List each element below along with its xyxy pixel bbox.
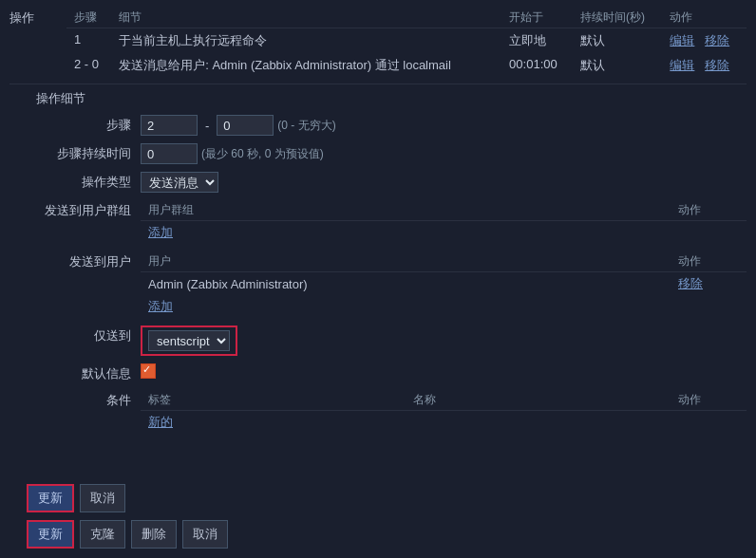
- cond-col-action: 动作: [671, 390, 747, 411]
- step-duration-input[interactable]: [141, 143, 198, 164]
- row2-remove-btn[interactable]: 移除: [705, 57, 729, 74]
- row2-start: 00:01:00: [501, 53, 573, 78]
- row1-step: 1: [66, 28, 111, 54]
- update-btn-2[interactable]: 更新: [27, 520, 74, 549]
- default-msg-content: [141, 363, 747, 379]
- step-duration-label: 步骤持续时间: [36, 143, 141, 162]
- op-type-label: 操作类型: [36, 172, 141, 191]
- row2-duration: 默认: [573, 53, 662, 78]
- conditions-table: 标签 名称 动作 新的: [141, 390, 747, 434]
- ug-add-row: 添加: [141, 221, 747, 245]
- bottom-bar-1: 更新 取消: [27, 484, 125, 512]
- user-group-table: 用户群组 动作 添加: [141, 200, 747, 244]
- ug-col-group: 用户群组: [141, 200, 671, 221]
- row1-detail: 于当前主机上执行远程命令: [111, 28, 501, 54]
- col-detail: 细节: [111, 8, 501, 28]
- send-to-group-content: 用户群组 动作 添加: [141, 200, 747, 244]
- col-step: 步骤: [66, 8, 111, 28]
- table-row: 1 于当前主机上执行远程命令 立即地 默认 编辑 移除: [66, 28, 747, 54]
- step-start-input[interactable]: [141, 115, 198, 136]
- row2-edit-btn[interactable]: 编辑: [670, 57, 694, 74]
- row1-actions: 编辑 移除: [662, 28, 747, 54]
- step-hint: (0 - 无穷大): [277, 118, 335, 134]
- row1-remove-btn[interactable]: 移除: [705, 32, 729, 49]
- conditions-label: 条件: [36, 390, 141, 409]
- operations-label: 操作: [9, 8, 66, 27]
- table-row: 2 - 0 发送消息给用户: Admin (Zabbix Administrat…: [66, 53, 747, 78]
- conditions-content: 标签 名称 动作 新的: [141, 390, 747, 434]
- send-to-group-row: 发送到用户群组 用户群组 动作 添加: [9, 200, 747, 244]
- only-send-bordered: sentscript: [141, 326, 237, 356]
- default-msg-row: 默认信息: [9, 363, 747, 382]
- only-send-row: 仅送到 sentscript: [9, 326, 747, 356]
- send-to-user-row: 发送到用户 用户 动作 Admin (Zabbix Administrator): [9, 251, 747, 318]
- user-add-row: 添加: [141, 295, 747, 318]
- default-msg-checkbox[interactable]: [141, 363, 156, 379]
- op-type-row: 操作类型 发送消息: [9, 172, 747, 193]
- u-col-action: 动作: [671, 251, 747, 272]
- step-label: 步骤: [36, 115, 141, 134]
- step-duration-content: (最少 60 秒, 0 为预设值): [141, 143, 747, 164]
- cond-col-name: 名称: [406, 390, 671, 411]
- step-duration-hint: (最少 60 秒, 0 为预设值): [201, 146, 324, 162]
- u-col-user: 用户: [141, 251, 671, 272]
- ug-col-action: 动作: [671, 200, 747, 221]
- delete-btn[interactable]: 删除: [131, 520, 177, 549]
- send-to-user-content: 用户 动作 Admin (Zabbix Administrator) 移除: [141, 251, 747, 318]
- step-duration-row: 步骤持续时间 (最少 60 秒, 0 为预设值): [9, 143, 747, 164]
- user-name: Admin (Zabbix Administrator): [141, 272, 671, 296]
- step-end-input[interactable]: [217, 115, 274, 136]
- cond-col-tag: 标签: [141, 390, 406, 411]
- send-to-user-label: 发送到用户: [36, 251, 141, 270]
- default-msg-label: 默认信息: [36, 363, 141, 382]
- clone-btn[interactable]: 克隆: [80, 520, 125, 549]
- row2-actions: 编辑 移除: [662, 53, 747, 78]
- col-duration: 持续时间(秒): [573, 8, 662, 28]
- send-to-group-label: 发送到用户群组: [36, 200, 141, 219]
- cancel-btn-1[interactable]: 取消: [80, 484, 125, 512]
- col-action: 动作: [662, 8, 747, 28]
- row2-detail: 发送消息给用户: Admin (Zabbix Administrator) 通过…: [111, 53, 501, 78]
- user-table: 用户 动作 Admin (Zabbix Administrator) 移除: [141, 251, 747, 318]
- divider: [9, 84, 747, 84]
- user-remove-btn[interactable]: 移除: [678, 275, 703, 292]
- only-send-select[interactable]: sentscript: [148, 330, 230, 351]
- op-type-content: 发送消息: [141, 172, 747, 193]
- only-send-content: sentscript: [141, 326, 747, 356]
- row1-duration: 默认: [573, 28, 662, 54]
- dash: -: [205, 119, 209, 133]
- row2-step: 2 - 0: [66, 53, 111, 78]
- user-row: Admin (Zabbix Administrator) 移除: [141, 272, 747, 296]
- only-send-label: 仅送到: [36, 326, 141, 344]
- add-condition-btn[interactable]: 新的: [148, 414, 173, 431]
- op-details-label: 操作细节: [9, 90, 747, 107]
- op-type-select[interactable]: 发送消息: [141, 172, 218, 193]
- add-user-group-btn[interactable]: 添加: [148, 224, 173, 241]
- operations-table: 步骤 细节 开始于 持续时间(秒) 动作 1 于当前主机上执行远程命令 立即地 …: [66, 8, 747, 78]
- row1-start: 立即地: [501, 28, 573, 54]
- bottom-bar-2: 更新 克隆 删除 取消: [27, 520, 228, 549]
- cond-add-row: 新的: [141, 411, 747, 435]
- conditions-row: 条件 标签 名称 动作 新的: [9, 390, 747, 434]
- col-start-at: 开始于: [501, 8, 573, 28]
- add-user-btn[interactable]: 添加: [148, 298, 173, 315]
- step-content: - (0 - 无穷大): [141, 115, 747, 136]
- op-details-section: 操作细节 步骤 - (0 - 无穷大) 步骤持续时间 (最少 60 秒, 0 为…: [9, 90, 747, 434]
- update-btn-1[interactable]: 更新: [27, 484, 74, 512]
- row1-edit-btn[interactable]: 编辑: [670, 32, 694, 49]
- step-row: 步骤 - (0 - 无穷大): [9, 115, 747, 136]
- cancel-btn-2[interactable]: 取消: [182, 520, 228, 549]
